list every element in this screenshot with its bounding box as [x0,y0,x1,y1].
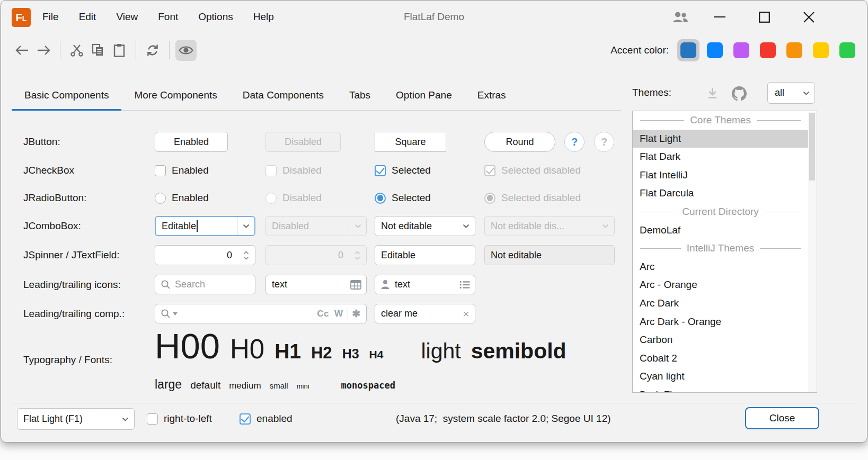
download-icon[interactable] [705,86,720,101]
menu-file[interactable]: File [42,11,59,23]
refresh-icon[interactable] [142,40,163,61]
clearable-field[interactable]: clear me × [375,304,475,323]
show-hidden-eye-toggle[interactable] [175,40,197,61]
close-button[interactable]: Close [745,407,819,429]
maximize-button[interactable] [754,1,775,33]
theme-item-flat-darcula[interactable]: Flat Darcula [633,184,808,203]
chevron-down-small-icon[interactable] [173,312,178,315]
enabled-checkbox[interactable]: enabled [240,409,293,428]
checkbox-selected-disabled: Selected disabled [484,161,581,180]
back-button[interactable] [12,40,33,61]
search-input[interactable]: Search [155,275,255,294]
forward-button[interactable] [33,40,54,61]
accent-swatch-yellow[interactable] [813,42,829,58]
copy-icon[interactable] [87,40,109,61]
tab-basic-components[interactable]: Basic Components [12,80,121,110]
checkbox-checked-icon [240,413,251,425]
theme-group-separator: Current Directory [633,203,808,221]
accent-swatch-default[interactable] [680,42,696,58]
round-button[interactable]: Round [484,132,555,152]
jspinner-label: JSpinner / JTextField: [23,249,120,261]
theme-item-flat-light[interactable]: Flat Light [633,130,808,148]
checkbox-checked-icon [375,165,386,176]
tab-data-components[interactable]: Data Components [230,80,336,110]
accent-swatch-orange[interactable] [786,42,802,58]
menu-options[interactable]: Options [198,11,233,23]
paste-icon[interactable] [109,40,130,61]
help-button[interactable]: ? [564,132,584,152]
h4-sample: H4 [369,348,384,361]
textfield-trailing-icon[interactable]: text [265,275,367,294]
typography-label: Typography / Fonts: [23,354,112,366]
accent-swatch-green[interactable] [839,42,855,58]
radio-enabled[interactable]: Enabled [155,188,209,208]
search-icon[interactable] [161,309,171,319]
cut-icon[interactable] [66,40,87,61]
accent-swatch-purple[interactable] [733,42,749,58]
accent-swatch-red[interactable] [760,42,776,58]
match-case-toggle[interactable]: Cc [317,309,329,319]
chevron-down-icon[interactable] [457,217,475,236]
theme-item-dark-flat[interactable]: Dark Flat [633,386,808,393]
theme-item-carbon[interactable]: Carbon [633,331,808,349]
large-size-sample: large [155,377,182,392]
theme-item-arc[interactable]: Arc [633,258,808,276]
theme-item-cobalt-2[interactable]: Cobalt 2 [633,349,808,368]
user-icon [380,279,390,290]
github-icon[interactable] [732,86,747,101]
laf-selector-combobox[interactable]: Flat Light (F1) [17,408,135,430]
text-caret [197,220,198,232]
monospaced-sample: monospaced [341,380,395,391]
jcombobox-label: JComboBox: [23,220,81,232]
combobox-editable[interactable]: Editable [155,216,255,236]
theme-item-arc-dark[interactable]: Arc Dark [633,294,808,313]
themes-filter-value: all [768,87,798,98]
tab-tabs[interactable]: Tabs [336,80,383,110]
spinner-arrows[interactable] [237,246,255,265]
regex-toggle[interactable]: ✱ [352,308,361,320]
enabled-button[interactable]: Enabled [155,132,228,152]
tab-option-pane[interactable]: Option Pane [383,80,465,110]
accent-swatch-blue[interactable] [707,42,723,58]
square-button[interactable]: Square [375,132,446,152]
right-to-left-checkbox[interactable]: right-to-left [147,409,212,428]
theme-item-arc-dark-orange[interactable]: Arc Dark - Orange [633,313,808,331]
themes-scrollbar[interactable] [808,112,816,392]
checkbox-checked-icon [484,165,495,176]
menu-font[interactable]: Font [158,11,178,23]
titlebar: FL File Edit View Font Options Help Flat… [1,1,867,33]
clear-icon[interactable]: × [463,308,470,320]
textfield-editable[interactable]: Editable [375,245,475,265]
leading-trailing-comp-label: Leading/trailing comp.: [23,308,125,320]
textfield-leading-trailing-icons[interactable]: text [375,275,475,294]
chevron-down-icon[interactable] [117,409,134,429]
menu-view[interactable]: View [116,11,138,23]
h3-sample: H3 [342,346,359,362]
menu-help[interactable]: Help [253,11,274,23]
tab-extras[interactable]: Extras [465,80,519,110]
checkbox-enabled[interactable]: Enabled [155,161,209,180]
spinner[interactable]: 0 [155,245,255,265]
chevron-down-icon[interactable] [237,217,254,235]
close-window-button[interactable] [798,1,819,33]
themes-filter-combobox[interactable]: all [767,82,815,104]
themes-scrollbar-thumb[interactable] [809,113,815,181]
checkbox-selected[interactable]: Selected [375,161,431,180]
theme-item-arc-orange[interactable]: Arc - Orange [633,276,808,294]
radio-selected[interactable]: Selected [375,188,431,208]
radio-selected-disabled: Selected disabled [484,188,581,208]
theme-item-demolaf[interactable]: DemoLaf [633,221,808,240]
minimize-button[interactable] [709,1,730,33]
users-icon[interactable] [670,1,691,33]
typography-sizes: large default medium small mini monospac… [155,377,395,392]
themes-list[interactable]: Core Themes Flat Light Flat Dark Flat In… [632,111,817,393]
tab-more-components[interactable]: More Components [121,80,229,110]
menu-edit[interactable]: Edit [79,11,96,23]
combobox-not-editable[interactable]: Not editable [375,216,475,236]
combobox-disabled: Disabled [265,216,367,236]
whole-word-toggle[interactable]: W [334,309,343,319]
search-with-options-field[interactable]: Cc W ✱ [155,304,367,323]
theme-item-flat-intellij[interactable]: Flat IntelliJ [633,166,808,185]
theme-item-cyan-light[interactable]: Cyan light [633,367,808,386]
theme-item-flat-dark[interactable]: Flat Dark [633,148,808,166]
